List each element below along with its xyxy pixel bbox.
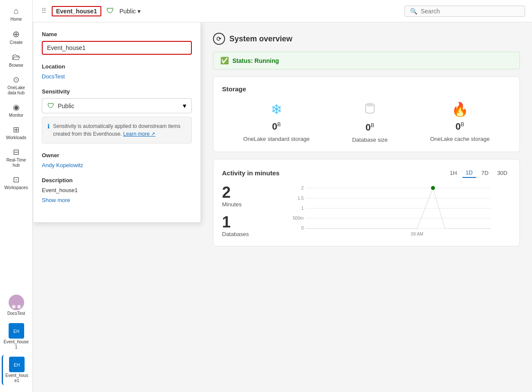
sidebar-item-realtime[interactable]: ⊟ Real-Time hub — [2, 145, 31, 171]
status-text: Status: Running — [232, 57, 279, 64]
topbar-public-dropdown[interactable]: Public ▾ — [119, 8, 141, 15]
topbar-search-box[interactable]: 🔍 — [404, 6, 525, 17]
chart-svg: 2 1.5 1 500m 0 — [275, 185, 511, 236]
sidebar-item-eventhouse-bottom[interactable]: EH Event_hous e1 — [2, 355, 31, 385]
minutes-label: Minutes — [222, 201, 265, 208]
svg-text:0: 0 — [301, 226, 304, 230]
topbar: ⠿ Event_house1 🛡 Public ▾ 🔍 — [33, 0, 532, 22]
svg-text:1: 1 — [301, 206, 304, 211]
storage-grid: ❄ 0B OneLake standard storage 0B — [222, 101, 511, 143]
owner-value[interactable]: Andy Kopelowitz — [42, 162, 192, 168]
sensitivity-info-box: ℹ Sensitivity is automatically applied t… — [42, 117, 192, 143]
flame-icon: 🔥 — [451, 101, 469, 118]
sidebar: ⌂ Home ⊕ Create 🗁 Browse ⊙ OneLake data … — [0, 0, 33, 392]
storage-item-cache: 🔥 0B OneLake cache storage — [430, 101, 490, 143]
svg-text:2: 2 — [301, 186, 304, 190]
sidebar-workloads-label: Workloads — [6, 135, 26, 140]
eventhouse-bottom-icon: EH — [9, 357, 25, 372]
onelake-icon: ⊙ — [13, 75, 19, 84]
topbar-chevron-icon: ▾ — [138, 8, 141, 15]
svg-point-3 — [17, 305, 21, 308]
activity-chart: 2 1.5 1 500m 0 — [275, 185, 511, 236]
topbar-shield-icon: 🛡 — [106, 6, 114, 16]
sidebar-create-label: Create — [9, 40, 22, 45]
sensitivity-chevron-icon: ▾ — [183, 102, 186, 110]
filter-1h[interactable]: 1H — [446, 168, 460, 178]
sidebar-item-monitor[interactable]: ◉ Monitor — [2, 100, 31, 121]
database-icon — [363, 101, 377, 118]
properties-panel: Name Location DocsTest Sensitivity 🛡 Pub… — [33, 22, 201, 223]
search-input[interactable] — [421, 8, 519, 15]
filter-1d[interactable]: 1D — [462, 168, 476, 178]
time-filters: 1H 1D 7D 30D — [446, 168, 511, 178]
workloads-icon: ⊞ — [13, 125, 19, 134]
apps-grid-icon[interactable]: ⠿ — [41, 7, 47, 15]
svg-point-2 — [12, 305, 16, 308]
owner-section: Owner Andy Kopelowitz — [42, 152, 192, 168]
databases-stat: 1 Databases — [222, 215, 265, 237]
activity-content: 2 Minutes 1 Databases 2 1.5 — [222, 185, 511, 237]
svg-point-9 — [366, 103, 374, 106]
show-more-button[interactable]: Show more — [42, 197, 192, 203]
sidebar-item-home[interactable]: ⌂ Home — [2, 3, 31, 25]
status-bar: ✅ Status: Running — [213, 52, 520, 69]
eventhouse-top-icon: EH — [9, 323, 24, 339]
sensitivity-info-text: Sensitivity is automatically applied to … — [53, 122, 186, 138]
databases-value: 1 — [222, 215, 265, 230]
filter-30d[interactable]: 30D — [494, 168, 511, 178]
svg-text:EH: EH — [13, 329, 19, 334]
svg-text:EH: EH — [14, 363, 20, 367]
location-value[interactable]: DocsTest — [42, 73, 192, 80]
owner-label: Owner — [42, 152, 192, 159]
activity-header: Activity in minutes 1H 1D 7D 30D — [222, 168, 511, 178]
activity-title: Activity in minutes — [222, 169, 279, 177]
sidebar-item-onelake[interactable]: ⊙ OneLake data hub — [2, 72, 31, 98]
cache-storage-value: 0B — [456, 121, 464, 132]
sensitivity-dropdown[interactable]: 🛡 Public ▾ — [42, 98, 192, 113]
filter-7d[interactable]: 7D — [478, 168, 492, 178]
content-area: Name Location DocsTest Sensitivity 🛡 Pub… — [33, 22, 532, 392]
svg-point-20 — [431, 186, 435, 190]
sidebar-item-browse[interactable]: 🗁 Browse — [2, 50, 31, 71]
browse-icon: 🗁 — [12, 52, 21, 62]
topbar-public-label: Public — [119, 8, 136, 15]
sensitivity-label: Sensitivity — [42, 88, 192, 95]
description-section: Description Event_house1 Show more — [42, 177, 192, 203]
cache-storage-label: OneLake cache storage — [430, 136, 490, 142]
name-label: Name — [42, 31, 192, 37]
minutes-value: 2 — [222, 185, 265, 200]
sensitivity-shield-icon: 🛡 — [47, 102, 54, 110]
sidebar-item-eventhouse-top[interactable]: EH Event_house 1 — [2, 321, 31, 352]
docstest-label: DocsTest — [7, 311, 25, 316]
eventhouse-bottom-label: Event_hous e1 — [5, 373, 29, 383]
db-storage-value: 0B — [366, 122, 374, 133]
sidebar-item-workloads[interactable]: ⊞ Workloads — [2, 122, 31, 143]
monitor-icon: ◉ — [13, 103, 20, 112]
sidebar-workspaces-label: Workspaces — [4, 185, 28, 190]
storage-item-db: 0B Database size — [352, 101, 388, 143]
name-section: Name — [42, 31, 192, 55]
sidebar-item-create[interactable]: ⊕ Create — [2, 26, 31, 48]
sensitivity-section: Sensitivity 🛡 Public ▾ ℹ Sensitivity is … — [42, 88, 192, 143]
sidebar-item-docstest[interactable]: DocsTest — [2, 293, 31, 318]
info-icon: ℹ — [47, 123, 50, 138]
learn-more-link[interactable]: Learn more ↗ — [123, 131, 156, 137]
sidebar-monitor-label: Monitor — [9, 113, 23, 118]
system-overview-icon: ⟳ — [213, 33, 225, 45]
workspaces-icon: ⊡ — [13, 175, 19, 184]
sidebar-item-workspaces[interactable]: ⊡ Workspaces — [2, 172, 31, 193]
topbar-title[interactable]: Event_house1 — [52, 6, 101, 16]
snowflake-icon: ❄ — [271, 101, 282, 118]
create-icon: ⊕ — [13, 29, 20, 39]
storage-card-title: Storage — [222, 85, 511, 93]
location-section: Location DocsTest — [42, 63, 192, 80]
onelake-storage-label: OneLake standard storage — [243, 136, 310, 142]
activity-card: Activity in minutes 1H 1D 7D 30D 2 Minut… — [213, 159, 520, 246]
svg-text:1.5: 1.5 — [297, 196, 304, 201]
description-value: Event_house1 — [42, 187, 192, 193]
name-input[interactable] — [42, 41, 192, 55]
eventhouse-top-label: Event_house 1 — [3, 339, 29, 350]
sidebar-home-label: Home — [10, 17, 22, 22]
system-overview-title: System overview — [229, 34, 292, 44]
sensitivity-value: Public — [58, 103, 74, 109]
